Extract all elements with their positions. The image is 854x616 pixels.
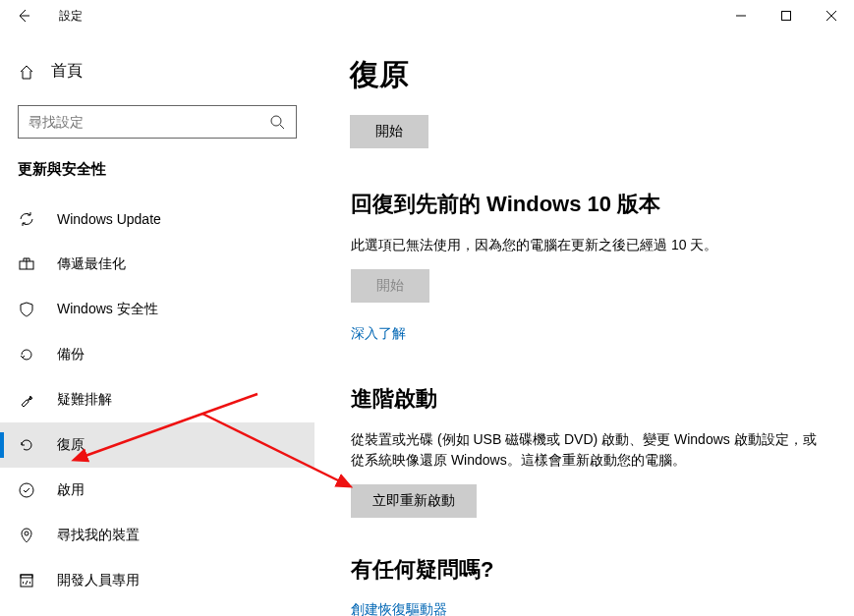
goback-button: 開始 bbox=[351, 269, 429, 303]
sidebar-item-developers[interactable]: 開發人員專用 bbox=[0, 558, 314, 603]
goback-title: 回復到先前的 Windows 10 版本 bbox=[351, 190, 825, 219]
location-icon bbox=[18, 527, 35, 544]
backup-icon bbox=[18, 346, 35, 364]
search-input[interactable] bbox=[28, 114, 268, 130]
window-title: 設定 bbox=[59, 8, 83, 25]
sidebar-item-windows-security[interactable]: Windows 安全性 bbox=[0, 287, 314, 332]
sidebar-item-label: 開發人員專用 bbox=[57, 572, 140, 589]
check-circle-icon bbox=[18, 481, 35, 499]
sidebar: 首頁 更新與安全性 Windows Update 傳遞最佳化 Windows 安… bbox=[0, 31, 314, 616]
svg-point-7 bbox=[20, 483, 33, 497]
sidebar-item-delivery-optimization[interactable]: 傳遞最佳化 bbox=[0, 242, 314, 287]
svg-rect-1 bbox=[782, 12, 791, 21]
sidebar-item-label: 尋找我的裝置 bbox=[57, 527, 140, 544]
page-title: 復原 bbox=[350, 55, 825, 95]
sidebar-item-label: 復原 bbox=[57, 436, 85, 454]
sidebar-item-recovery[interactable]: 復原 bbox=[0, 422, 314, 468]
sidebar-item-activation[interactable]: 啟用 bbox=[0, 468, 314, 513]
close-icon bbox=[826, 11, 836, 21]
sidebar-item-label: Windows 安全性 bbox=[57, 301, 158, 318]
maximize-icon bbox=[781, 11, 791, 21]
content-pane: 復原 開始 回復到先前的 Windows 10 版本 此選項已無法使用，因為您的… bbox=[314, 31, 854, 616]
search-box[interactable] bbox=[18, 105, 297, 139]
developer-icon bbox=[18, 572, 35, 589]
recovery-icon bbox=[18, 436, 35, 454]
maximize-button[interactable] bbox=[764, 0, 809, 31]
titlebar: 設定 bbox=[0, 0, 854, 31]
reset-pc-button[interactable]: 開始 bbox=[350, 115, 428, 148]
window-controls bbox=[718, 0, 854, 31]
goback-section: 回復到先前的 Windows 10 版本 此選項已無法使用，因為您的電腦在更新之… bbox=[350, 190, 825, 343]
sync-icon bbox=[18, 210, 35, 228]
sidebar-item-backup[interactable]: 備份 bbox=[0, 332, 314, 377]
sidebar-item-label: Windows Update bbox=[57, 211, 161, 227]
wrench-icon bbox=[18, 391, 35, 409]
learn-more-link[interactable]: 深入了解 bbox=[351, 325, 406, 343]
advanced-desc: 從裝置或光碟 (例如 USB 磁碟機或 DVD) 啟動、變更 Windows 啟… bbox=[351, 429, 825, 471]
svg-line-5 bbox=[280, 125, 284, 129]
sidebar-item-label: 啟用 bbox=[57, 481, 85, 499]
svg-point-8 bbox=[25, 532, 28, 535]
sidebar-item-troubleshoot[interactable]: 疑難排解 bbox=[0, 377, 314, 422]
sidebar-item-find-my-device[interactable]: 尋找我的裝置 bbox=[0, 513, 314, 558]
home-icon bbox=[18, 63, 35, 81]
minimize-icon bbox=[736, 11, 746, 21]
svg-point-4 bbox=[271, 116, 281, 126]
faq-title: 有任何疑問嗎? bbox=[351, 555, 825, 585]
advanced-title: 進階啟動 bbox=[351, 384, 825, 414]
svg-rect-9 bbox=[21, 575, 32, 587]
faq-link[interactable]: 創建恢復驅動器 bbox=[351, 601, 447, 616]
sidebar-item-label: 傳遞最佳化 bbox=[57, 255, 126, 273]
close-button[interactable] bbox=[809, 0, 854, 31]
back-button[interactable] bbox=[0, 0, 47, 31]
advanced-startup-section: 進階啟動 從裝置或光碟 (例如 USB 磁碟機或 DVD) 啟動、變更 Wind… bbox=[350, 384, 825, 518]
minimize-button[interactable] bbox=[718, 0, 764, 31]
category-title: 更新與安全性 bbox=[0, 160, 314, 179]
arrow-left-icon bbox=[15, 7, 32, 25]
faq-section: 有任何疑問嗎? 創建恢復驅動器 bbox=[350, 555, 825, 616]
home-button[interactable]: 首頁 bbox=[0, 55, 314, 87]
goback-desc: 此選項已無法使用，因為您的電腦在更新之後已經過 10 天。 bbox=[351, 235, 825, 255]
shield-icon bbox=[18, 301, 35, 318]
sidebar-item-label: 疑難排解 bbox=[57, 391, 112, 409]
svg-rect-10 bbox=[21, 575, 32, 578]
home-label: 首頁 bbox=[51, 61, 83, 82]
search-icon bbox=[268, 113, 286, 131]
restart-now-button[interactable]: 立即重新啟動 bbox=[351, 484, 477, 518]
delivery-icon bbox=[18, 255, 35, 273]
sidebar-item-windows-update[interactable]: Windows Update bbox=[0, 196, 314, 242]
sidebar-item-label: 備份 bbox=[57, 346, 85, 364]
